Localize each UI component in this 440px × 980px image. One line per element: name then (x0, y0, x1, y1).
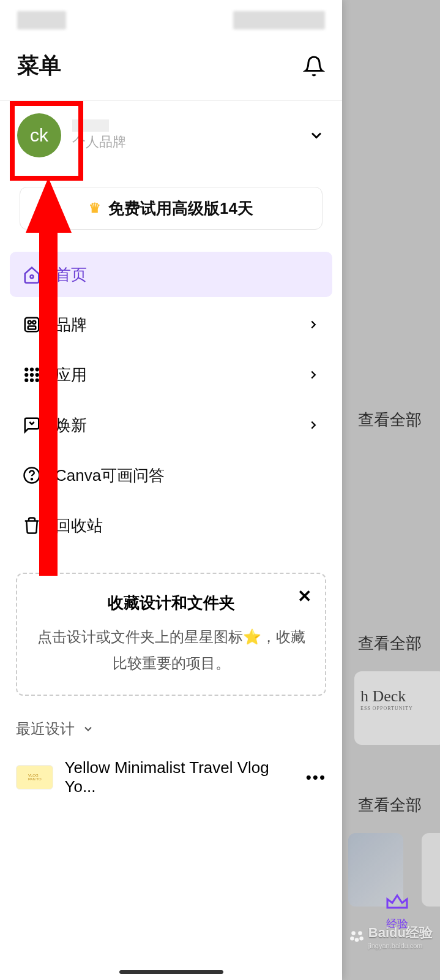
recent-label: 最近设计 (16, 719, 75, 739)
tip-text: 点击设计或文件夹上的星星图标⭐，收藏比较重要的项目。 (32, 624, 310, 676)
more-options-button[interactable]: ••• (306, 768, 326, 787)
annotation-highlight-box (10, 101, 83, 181)
view-all-link-3: 查看全部 (358, 794, 422, 816)
svg-point-20 (355, 938, 359, 942)
recent-design-item[interactable]: VLOGPAN TO Yellow Minimalist Travel Vlog… (0, 748, 342, 806)
svg-point-17 (351, 931, 356, 935)
design-title: Yellow Minimalist Travel Vlog Yo... (64, 758, 294, 796)
svg-marker-16 (26, 178, 72, 576)
svg-point-18 (358, 931, 362, 935)
view-all-link-2: 查看全部 (358, 633, 422, 654)
status-bar (0, 0, 342, 40)
bg-template-card-3 (422, 833, 440, 907)
menu-title: 菜单 (17, 51, 61, 81)
crown-icon: ♛ (89, 200, 101, 216)
chevron-right-icon (307, 418, 320, 432)
view-all-link-1: 查看全部 (358, 409, 422, 431)
chevron-right-icon (307, 368, 320, 382)
bell-icon[interactable] (303, 55, 325, 77)
design-thumbnail: VLOGPAN TO (16, 765, 53, 790)
svg-point-21 (359, 937, 364, 941)
annotation-arrow (26, 178, 72, 576)
bg-template-card: h Deck ESS OPPORTUNITY (354, 671, 440, 745)
svg-point-19 (350, 937, 354, 941)
tip-close-button[interactable]: ✕ (297, 586, 311, 606)
trial-label: 免费试用高级版14天 (108, 198, 253, 219)
status-left-blur (17, 11, 66, 29)
recent-designs-header[interactable]: 最近设计 (0, 714, 342, 748)
watermark: Baidu经验 jingyan.baidu.com (349, 924, 433, 949)
status-right-blur (233, 11, 325, 29)
chevron-down-icon[interactable] (308, 127, 325, 144)
background-dimmed: 料 文档 查看全部 查看全部 h Deck ESS OPPORTUNITY 查看… (342, 0, 440, 980)
chevron-right-icon (307, 318, 320, 331)
chevron-down-icon (82, 723, 94, 735)
tip-box: ✕ 收藏设计和文件夹 点击设计或文件夹上的星星图标⭐，收藏比较重要的项目。 (16, 573, 326, 696)
home-indicator (119, 970, 223, 974)
sidebar-header: 菜单 (0, 40, 342, 100)
tip-title: 收藏设计和文件夹 (32, 592, 310, 614)
